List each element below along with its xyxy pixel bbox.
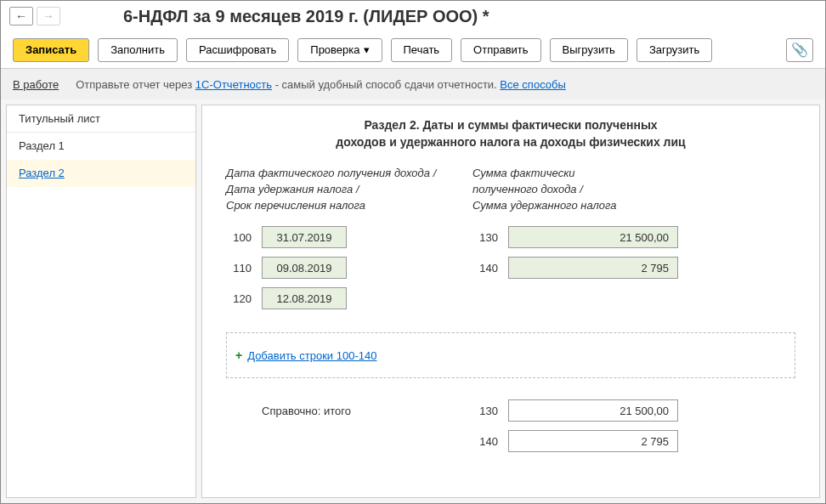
forward-button[interactable]: → xyxy=(37,7,60,25)
all-methods-link[interactable]: Все способы xyxy=(500,78,565,91)
paperclip-icon: 📎 xyxy=(791,42,808,58)
sidebar-item-section1[interactable]: Раздел 1 xyxy=(7,133,195,160)
sidebar: Титульный лист Раздел 1 Раздел 2 xyxy=(6,105,196,498)
sidebar-item-title-page[interactable]: Титульный лист xyxy=(7,105,195,133)
date-field-120[interactable]: 12.08.2019 xyxy=(262,287,347,309)
write-button[interactable]: Записать xyxy=(13,38,89,62)
left-column-header: Дата фактического получения дохода / Дат… xyxy=(226,166,455,217)
attach-button[interactable]: 📎 xyxy=(786,38,813,62)
totals-label: Справочно: итого xyxy=(226,405,351,417)
total-field-140: 2 795 xyxy=(508,430,678,452)
toolbar: Записать Заполнить Расшифровать Проверка… xyxy=(1,31,825,69)
back-button[interactable]: ← xyxy=(9,7,33,25)
add-rows-link[interactable]: Добавить строки 100-140 xyxy=(247,349,376,362)
sum-field-140[interactable]: 2 795 xyxy=(508,257,678,279)
reporting-link[interactable]: 1С-Отчетность xyxy=(195,78,272,91)
sum-field-130[interactable]: 21 500,00 xyxy=(508,226,678,248)
row-num: 130 xyxy=(472,231,508,244)
add-rows-box[interactable]: + Добавить строки 100-140 xyxy=(226,332,795,378)
page-title: 6-НДФЛ за 9 месяцев 2019 г. (ЛИДЕР ООО) … xyxy=(123,7,489,26)
export-button[interactable]: Выгрузить xyxy=(550,38,628,62)
plus-icon: + xyxy=(235,348,242,362)
send-button[interactable]: Отправить xyxy=(461,38,540,62)
row-num: 100 xyxy=(226,231,262,244)
row-num: 140 xyxy=(472,435,508,448)
total-field-130: 21 500,00 xyxy=(508,399,678,422)
date-field-100[interactable]: 31.07.2019 xyxy=(262,226,347,248)
row-num: 140 xyxy=(472,262,508,275)
date-field-110[interactable]: 09.08.2019 xyxy=(262,257,347,279)
right-column-header: Сумма фактически полученного дохода / Су… xyxy=(472,166,795,217)
main-panel: Раздел 2. Даты и суммы фактически получе… xyxy=(201,105,820,498)
row-num: 110 xyxy=(226,262,262,275)
row-num: 130 xyxy=(472,405,508,417)
sidebar-item-section2[interactable]: Раздел 2 xyxy=(7,160,195,187)
chevron-down-icon: ▾ xyxy=(364,43,370,56)
status-message: Отправьте отчет через 1С-Отчетность - са… xyxy=(76,78,566,91)
section-title: Раздел 2. Даты и суммы фактически получе… xyxy=(226,117,795,150)
check-button[interactable]: Проверка ▾ xyxy=(297,38,382,62)
check-label: Проверка xyxy=(310,43,359,56)
fill-button[interactable]: Заполнить xyxy=(98,38,178,62)
decode-button[interactable]: Расшифровать xyxy=(186,38,289,62)
import-button[interactable]: Загрузить xyxy=(636,38,712,62)
print-button[interactable]: Печать xyxy=(391,38,453,62)
status-label[interactable]: В работе xyxy=(13,78,59,91)
info-bar: В работе Отправьте отчет через 1С-Отчетн… xyxy=(1,69,825,99)
row-num: 120 xyxy=(226,292,262,305)
